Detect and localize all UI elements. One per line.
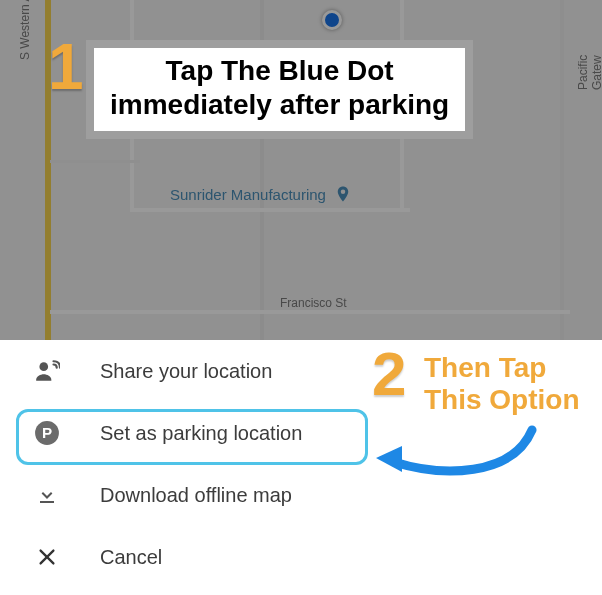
menu-label: Share your location <box>100 360 272 383</box>
svg-marker-6 <box>376 446 402 472</box>
menu-label: Set as parking location <box>100 422 302 445</box>
step1-line2: immediately after parking <box>110 88 449 122</box>
step1-number: 1 <box>48 30 84 104</box>
step2-line1: Then Tap <box>424 352 580 384</box>
menu-cancel[interactable]: Cancel <box>0 526 602 588</box>
step1-instruction-box: Tap The Blue Dot immediately after parki… <box>86 40 473 139</box>
share-location-icon <box>34 358 60 384</box>
screenshot-root: S Western Ave Pacific Gatew Francisco St… <box>0 0 602 595</box>
svg-rect-3 <box>40 501 54 503</box>
svg-point-0 <box>39 362 48 371</box>
arrow-icon <box>372 422 542 492</box>
parking-icon: P <box>34 420 60 446</box>
step2-line2: This Option <box>424 384 580 416</box>
step1-line1: Tap The Blue Dot <box>110 54 449 88</box>
download-icon <box>34 482 60 508</box>
menu-label: Download offline map <box>100 484 292 507</box>
svg-text:P: P <box>42 424 52 441</box>
close-icon <box>34 544 60 570</box>
menu-label: Cancel <box>100 546 162 569</box>
step2-instruction: Then Tap This Option <box>424 352 580 416</box>
step2-number: 2 <box>372 338 406 409</box>
